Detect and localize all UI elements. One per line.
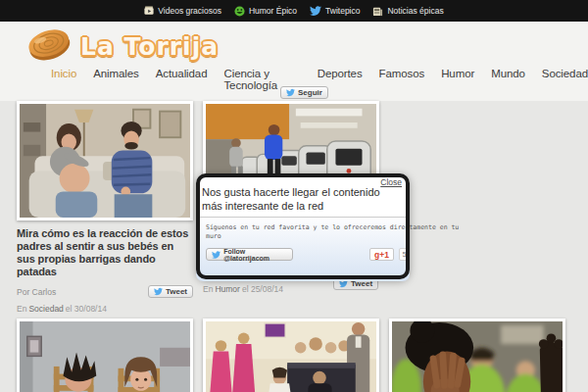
nav-item-actualidad[interactable]: Actualidad (156, 68, 208, 91)
tweet-button-label: Tweet (166, 287, 187, 296)
article-date: el 25/08/14 (242, 284, 283, 294)
follow-button-label: Seguir (298, 88, 322, 97)
topbar-link-humor-epico[interactable]: Humor Épico (234, 6, 297, 17)
article-card-crying-woman (389, 318, 565, 392)
twitter-bird-icon (310, 5, 321, 17)
twitter-follow-button[interactable]: Follow @latorrijacom (206, 248, 293, 261)
site-logo[interactable]: La Torrija (22, 24, 219, 69)
twitter-bird-icon (212, 250, 220, 260)
category-link-sociedad[interactable]: Sociedad (28, 304, 63, 314)
site-header: La Torrija Inicio Animales Actualidad Ci… (0, 22, 588, 101)
article-card-kids (17, 318, 193, 392)
popup-social-buttons: Follow @latorrijacom g+1 5 (206, 248, 410, 261)
nav-item-sociedad[interactable]: Sociedad (542, 68, 588, 91)
in-label: En (17, 304, 26, 314)
newsletter-popup: Close Nos gusta hacerte llegar el conten… (196, 173, 410, 279)
article-image-crying-woman[interactable] (389, 318, 565, 392)
topbar-link-label: Videos graciosos (158, 6, 221, 16)
nav-item-inicio[interactable]: Inicio (51, 68, 76, 91)
popup-header: Close Nos gusta hacerte llegar el conten… (196, 173, 410, 217)
article-image-pregnant-couple[interactable] (17, 101, 193, 220)
article-image-wedding[interactable] (203, 318, 379, 392)
smiley-icon (234, 6, 245, 17)
latorrija-homepage: Videos graciosos Humor Épico Twitepico N… (0, 0, 588, 392)
article-author: Por Carlos (17, 287, 56, 297)
topbar-link-videos-graciosos[interactable]: Videos graciosos (144, 6, 221, 16)
nav-item-famosos[interactable]: Famosos (379, 68, 425, 91)
video-icon (144, 6, 154, 16)
nav-item-animales[interactable]: Animales (93, 68, 139, 91)
topbar-link-label: Twitepico (325, 6, 360, 16)
twitter-bird-icon (154, 287, 163, 296)
nav-item-mundo[interactable]: Mundo (491, 68, 525, 91)
article-title[interactable]: Mira cómo es la reacción de estos padres… (17, 227, 193, 278)
tweet-button[interactable]: Tweet (148, 285, 193, 298)
site-logo-text: La Torrija (80, 32, 219, 61)
in-label: En (203, 284, 213, 294)
article-category-date: EnSociedadel 30/08/14 (17, 304, 193, 314)
popup-message: Síguenos en tu red favorita y te lo ofre… (206, 223, 470, 241)
article-card-wedding (203, 318, 379, 392)
nav-item-humor[interactable]: Humor (441, 68, 474, 91)
google-plus-one-count: 5 (399, 248, 410, 261)
twitter-bird-icon (286, 88, 295, 97)
popup-close-link[interactable]: Close (380, 177, 402, 187)
article-category-date: EnHumorel 25/08/14 (203, 284, 283, 294)
article-image-two-kids[interactable] (17, 318, 193, 392)
follow-button-label: Follow @latorrijacom (223, 248, 287, 262)
article-card-pregnant-parents: Mira cómo es la reacción de estos padres… (17, 101, 193, 314)
torrija-coin-icon (22, 24, 76, 69)
popup-heading: Nos gusta hacerte llegar el contenido má… (202, 185, 396, 213)
article-date: el 30/08/14 (66, 304, 107, 314)
news-icon (372, 6, 383, 17)
popup-body: Síguenos en tu red favorita y te lo ofre… (196, 217, 410, 281)
topbar-link-noticias-epicas[interactable]: Noticias épicas (372, 6, 443, 17)
google-plus-one-button[interactable]: g+1 (369, 248, 394, 261)
article-meta-row: Por Carlos Tweet (17, 287, 193, 301)
twitter-follow-button-small[interactable]: Seguir (280, 86, 328, 99)
top-network-bar: Videos graciosos Humor Épico Twitepico N… (0, 0, 588, 22)
category-link-humor[interactable]: Humor (215, 284, 240, 294)
topbar-link-label: Humor Épico (249, 6, 297, 16)
topbar-link-twitepico[interactable]: Twitepico (310, 5, 360, 17)
topbar-link-label: Noticias épicas (387, 6, 443, 16)
